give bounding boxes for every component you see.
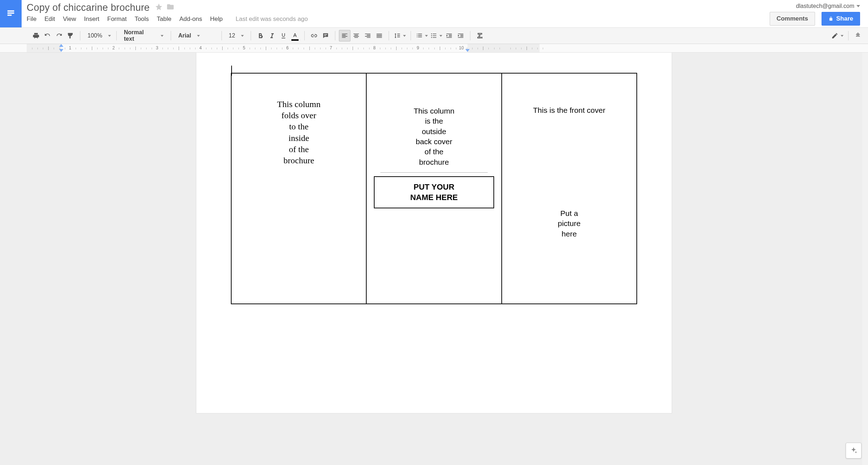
print-button[interactable] xyxy=(30,30,42,41)
svg-point-1 xyxy=(431,35,432,36)
caret-down-icon xyxy=(241,35,244,37)
comments-button[interactable]: Comments xyxy=(770,12,815,26)
decrease-indent-button[interactable] xyxy=(443,30,455,41)
menu-view[interactable]: View xyxy=(63,15,76,23)
folder-icon[interactable] xyxy=(166,2,174,13)
brochure-col-2[interactable]: This columnis theoutsideback coverof the… xyxy=(366,73,501,304)
font-family-value: Arial xyxy=(178,32,191,39)
line-spacing-button[interactable] xyxy=(393,30,407,41)
share-button[interactable]: Share xyxy=(822,12,860,26)
zoom-value: 100% xyxy=(88,32,102,39)
undo-button[interactable] xyxy=(42,30,53,41)
account-email: dlastutech@gmail.com xyxy=(796,3,854,9)
star-icon[interactable] xyxy=(155,2,163,13)
menu-table[interactable]: Table xyxy=(157,15,171,23)
menu-insert[interactable]: Insert xyxy=(84,15,99,23)
divider xyxy=(380,172,487,173)
align-right-button[interactable] xyxy=(362,30,373,41)
caret-down-icon xyxy=(856,5,860,7)
paragraph-style-value: Normal text xyxy=(124,29,155,42)
account-menu[interactable]: dlastutech@gmail.com xyxy=(796,3,860,9)
caret-down-icon xyxy=(439,35,442,37)
font-family-dropdown[interactable]: Arial xyxy=(175,30,218,41)
menu-format[interactable]: Format xyxy=(107,15,127,23)
menu-file[interactable]: File xyxy=(27,15,36,23)
col3-title[interactable]: This is the front cover xyxy=(507,106,631,115)
bulleted-list-button[interactable] xyxy=(429,30,443,41)
document-scroll-area[interactable]: This columnfolds overto theinsideof theb… xyxy=(0,53,868,465)
menu-addons[interactable]: Add-ons xyxy=(179,15,202,23)
brochure-col-1[interactable]: This columnfolds overto theinsideof theb… xyxy=(231,73,366,304)
collapse-toolbar-button[interactable] xyxy=(852,30,864,41)
explore-button[interactable] xyxy=(846,443,862,459)
col1-text[interactable]: This columnfolds overto theinsideof theb… xyxy=(237,99,361,166)
redo-button[interactable] xyxy=(53,30,65,41)
paragraph-style-dropdown[interactable]: Normal text xyxy=(120,30,167,41)
font-size-dropdown[interactable]: 12 xyxy=(225,30,247,41)
toolbar: 100% Normal text Arial 12 xyxy=(0,27,868,44)
caret-down-icon xyxy=(425,35,428,37)
name-box[interactable]: PUT YOURNAME HERE xyxy=(374,176,494,208)
align-center-button[interactable] xyxy=(350,30,362,41)
svg-point-2 xyxy=(431,37,432,38)
menu-edit[interactable]: Edit xyxy=(44,15,55,23)
numbered-list-button[interactable] xyxy=(415,30,429,41)
page[interactable]: This columnfolds overto theinsideof theb… xyxy=(196,53,672,413)
last-edit-label[interactable]: Last edit was seconds ago xyxy=(236,15,308,23)
insert-link-button[interactable] xyxy=(308,30,320,41)
font-size-value: 12 xyxy=(229,32,235,39)
caret-down-icon xyxy=(403,35,406,37)
vertical-scrollbar[interactable] xyxy=(862,53,868,465)
col3-picture-placeholder[interactable]: Put apicturehere xyxy=(507,208,631,239)
caret-down-icon xyxy=(197,35,200,37)
svg-point-0 xyxy=(431,34,432,35)
lock-icon xyxy=(828,16,833,22)
caret-down-icon xyxy=(161,35,164,37)
share-label: Share xyxy=(836,15,853,22)
align-left-button[interactable] xyxy=(339,30,350,41)
document-title[interactable]: Copy of chiccarine brochure xyxy=(27,2,150,13)
zoom-dropdown[interactable]: 100% xyxy=(84,30,113,41)
menu-bar: File Edit View Insert Format Tools Table… xyxy=(27,14,308,23)
brochure-col-3[interactable]: This is the front cover Put apicturehere xyxy=(502,73,637,304)
align-justify-button[interactable] xyxy=(373,30,385,41)
caret-down-icon xyxy=(841,35,844,37)
caret-down-icon xyxy=(108,35,111,37)
insert-comment-button[interactable] xyxy=(320,30,331,41)
menu-help[interactable]: Help xyxy=(210,15,223,23)
italic-button[interactable] xyxy=(266,30,278,41)
col2-text[interactable]: This columnis theoutsideback coverof the… xyxy=(372,106,496,167)
clear-formatting-button[interactable] xyxy=(474,30,486,41)
docs-home-button[interactable] xyxy=(0,0,22,27)
text-color-button[interactable] xyxy=(289,30,301,41)
brochure-table[interactable]: This columnfolds overto theinsideof theb… xyxy=(231,73,637,304)
text-cursor xyxy=(231,66,232,76)
horizontal-ruler[interactable]: 12345678910 xyxy=(0,44,868,53)
editing-mode-button[interactable] xyxy=(830,30,845,41)
underline-button[interactable] xyxy=(278,30,289,41)
bold-button[interactable] xyxy=(255,30,266,41)
paint-format-button[interactable] xyxy=(65,30,76,41)
menu-tools[interactable]: Tools xyxy=(135,15,149,23)
increase-indent-button[interactable] xyxy=(455,30,466,41)
